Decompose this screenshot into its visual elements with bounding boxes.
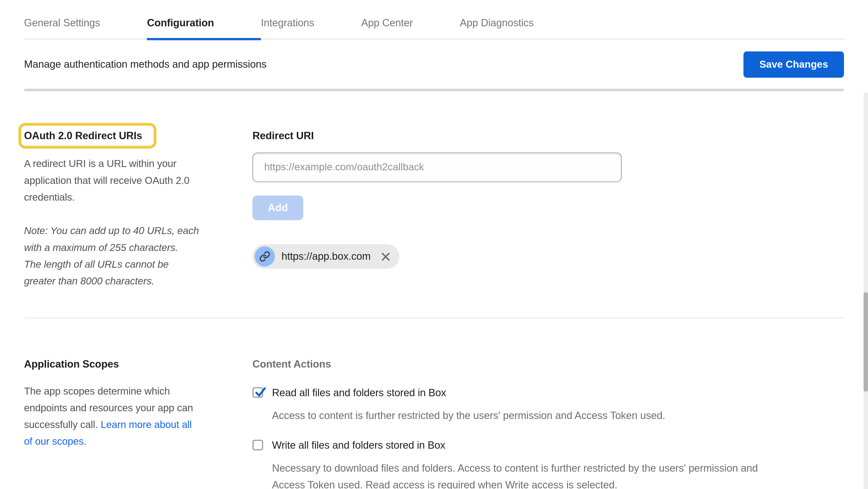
learn-more-scopes-link[interactable]: of our scopes. xyxy=(24,436,87,447)
configuration-page: General Settings Configuration Integrati… xyxy=(0,0,868,489)
oauth-note-line: The length of all URLs cannot be xyxy=(24,256,253,273)
scopes-section-info: Application Scopes The app scopes determ… xyxy=(24,358,253,489)
page-subtitle: Manage authentication methods and app pe… xyxy=(24,58,267,70)
oauth-redirect-section: OAuth 2.0 Redirect URIs A redirect URI i… xyxy=(0,92,868,289)
oauth-note-line: greater than 8000 characters. xyxy=(24,273,253,289)
tab-integrations[interactable]: Integrations xyxy=(261,17,361,38)
scopes-description-line: of our scopes. xyxy=(24,433,253,450)
oauth-description-line: A redirect URI is a URL within your xyxy=(24,155,253,172)
write-scope-label: Write all files and folders stored in Bo… xyxy=(272,440,445,451)
tab-configuration[interactable]: Configuration xyxy=(147,17,261,40)
scopes-description-line: endpoints and resources your app can xyxy=(24,400,253,416)
oauth-note-line: Note: You can add up to 40 URLs, each xyxy=(24,222,253,239)
scopes-description: The app scopes determine which endpoints… xyxy=(24,383,253,450)
read-scope-label: Read all files and folders stored in Box xyxy=(272,387,446,398)
scopes-description-line: successfully call. Learn more about all xyxy=(24,416,253,433)
page: General Settings Configuration Integrati… xyxy=(0,0,868,489)
read-scope-checkbox[interactable] xyxy=(253,387,263,398)
scopes-description-text: successfully call. xyxy=(24,419,101,430)
scrollbar-thumb[interactable] xyxy=(864,292,868,392)
read-scope-description: Access to content is further restricted … xyxy=(272,407,844,424)
oauth-redirect-controls: Redirect URI Add https://app.box.com xyxy=(253,123,844,289)
learn-more-scopes-link[interactable]: Learn more about all xyxy=(101,419,192,430)
oauth-note-line: with a maximum of 255 characters. xyxy=(24,239,253,256)
page-subheader: Manage authentication methods and app pe… xyxy=(24,40,844,89)
oauth-description-line: credentials. xyxy=(24,189,253,206)
add-uri-button[interactable]: Add xyxy=(253,195,303,220)
scrollbar-track[interactable] xyxy=(864,92,868,489)
chip-url-text: https://app.box.com xyxy=(282,250,371,263)
content-actions-heading: Content Actions xyxy=(253,358,844,370)
redirect-uri-label: Redirect URI xyxy=(253,130,844,141)
content-actions-panel: Content Actions Read all files and folde… xyxy=(253,358,844,489)
write-scope-description: Necessary to download files and folders.… xyxy=(272,460,844,489)
tab-app-center[interactable]: App Center xyxy=(361,17,460,38)
write-scope-checkbox[interactable] xyxy=(253,440,263,450)
scope-item-write: Write all files and folders stored in Bo… xyxy=(253,440,844,489)
scopes-description-line: The app scopes determine which xyxy=(24,383,253,400)
redirect-uri-input[interactable] xyxy=(253,153,622,182)
redirect-uri-chip: https://app.box.com xyxy=(253,244,399,269)
write-scope-description-line: Necessary to download files and folders.… xyxy=(272,460,844,477)
close-icon xyxy=(381,252,390,261)
header-divider xyxy=(24,89,844,92)
tab-bar: General Settings Configuration Integrati… xyxy=(24,0,844,40)
oauth-section-heading: OAuth 2.0 Redirect URIs xyxy=(24,129,142,142)
remove-uri-button[interactable] xyxy=(381,252,390,261)
tab-general-settings[interactable]: General Settings xyxy=(24,17,147,38)
read-scope-description-line: Access to content is further restricted … xyxy=(272,407,844,424)
annotation-highlight-box: OAuth 2.0 Redirect URIs xyxy=(19,123,156,149)
save-changes-button[interactable]: Save Changes xyxy=(743,51,844,78)
oauth-description-line: application that will receive OAuth 2.0 xyxy=(24,172,253,189)
application-scopes-section: Application Scopes The app scopes determ… xyxy=(0,318,868,489)
tab-app-diagnostics[interactable]: App Diagnostics xyxy=(460,17,581,38)
oauth-description: A redirect URI is a URL within your appl… xyxy=(24,155,253,206)
scope-item-read: Read all files and folders stored in Box… xyxy=(253,387,844,424)
check-icon xyxy=(254,386,267,399)
oauth-note: Note: You can add up to 40 URLs, each wi… xyxy=(24,222,253,289)
oauth-section-info: OAuth 2.0 Redirect URIs A redirect URI i… xyxy=(24,123,253,289)
write-scope-description-line: Access Token used. Read access is requir… xyxy=(272,477,844,489)
scopes-section-heading: Application Scopes xyxy=(24,358,253,370)
link-icon xyxy=(255,246,275,267)
